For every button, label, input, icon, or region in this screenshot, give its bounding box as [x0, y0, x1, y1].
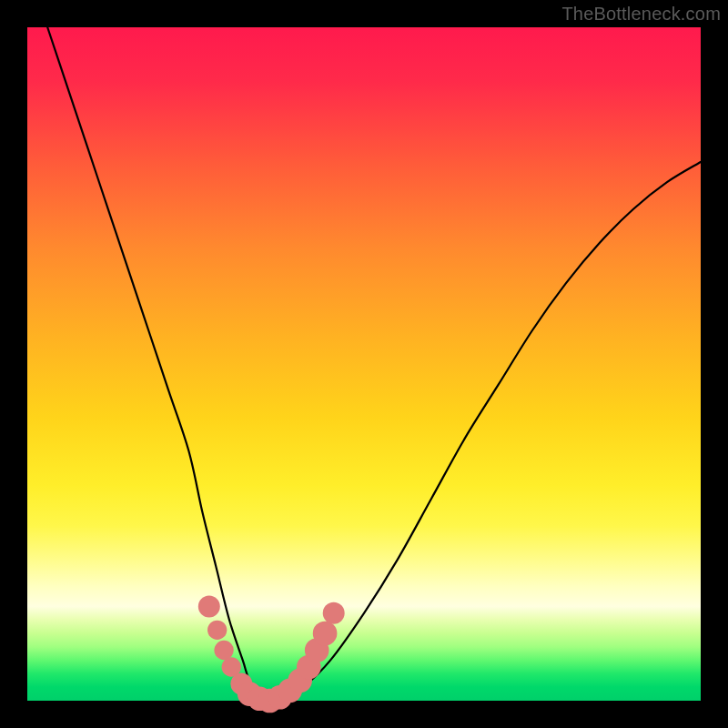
plot-area: [27, 27, 701, 701]
highlighted-points: [198, 595, 345, 713]
chart-frame: TheBottleneck.com: [0, 0, 728, 728]
marker-dot: [207, 621, 227, 640]
marker-dot: [323, 602, 345, 624]
bottleneck-curve: [47, 27, 701, 703]
marker-dot: [313, 622, 338, 646]
marker-dot: [198, 595, 220, 617]
watermark-text: TheBottleneck.com: [561, 4, 721, 25]
chart-svg: [27, 27, 701, 701]
marker-dot: [214, 641, 233, 660]
